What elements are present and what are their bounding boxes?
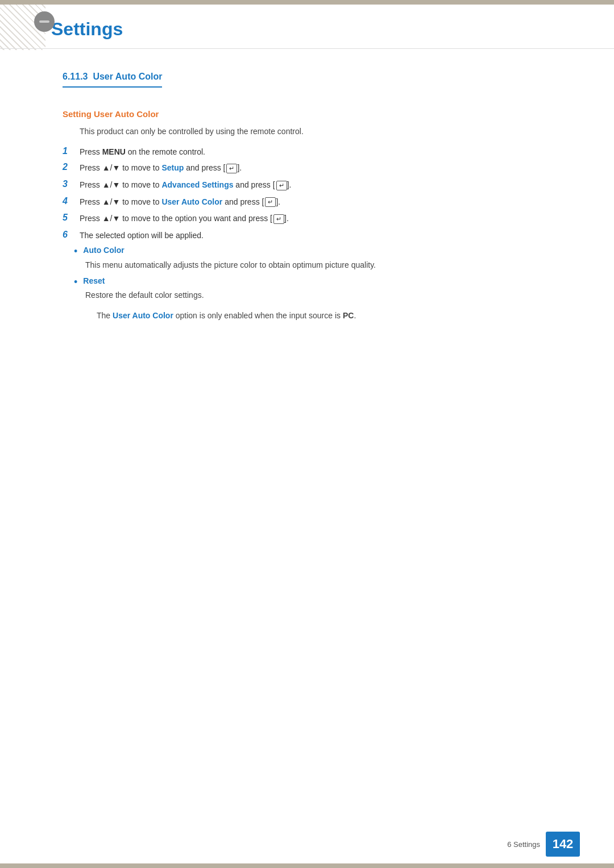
bullet-auto-color-row: • Auto Color xyxy=(74,246,551,258)
header-circle-icon xyxy=(34,11,55,32)
auto-color-label: Auto Color xyxy=(83,246,124,255)
bullet-item-reset: • Reset Restore the default color settin… xyxy=(74,276,551,300)
step-3: 3 Press ▲/▼ to move to Advanced Settings… xyxy=(63,179,551,190)
reset-description: Restore the default color settings. xyxy=(85,290,551,300)
step-2-number: 2 xyxy=(63,162,80,172)
step-3-enter-icon: ↵ xyxy=(276,181,287,190)
auto-color-description: This menu automatically adjusts the pict… xyxy=(85,260,551,269)
note-user-auto-color: User Auto Color xyxy=(113,311,173,320)
step-5: 5 Press ▲/▼ to move to the option you wa… xyxy=(63,213,551,224)
step-1-content: Press MENU on the remote control. xyxy=(80,146,551,156)
page-footer: 6 Settings 142 xyxy=(507,832,580,857)
step-6: 6 The selected option will be applied. xyxy=(63,230,551,240)
page-header: Settings xyxy=(0,5,614,49)
step-4-number: 4 xyxy=(63,196,80,206)
step-4-keyword: User Auto Color xyxy=(161,197,222,206)
bullet-reset-row: • Reset xyxy=(74,276,551,289)
step-2: 2 Press ▲/▼ to move to Setup and press [… xyxy=(63,162,551,173)
bullet-item-auto-color: • Auto Color This menu automatically adj… xyxy=(74,246,551,269)
note-pc-bold: PC xyxy=(343,311,354,320)
step-2-content: Press ▲/▼ to move to Setup and press [↵]… xyxy=(80,162,551,173)
step-4: 4 Press ▲/▼ to move to User Auto Color a… xyxy=(63,196,551,207)
page-title: Settings xyxy=(51,16,569,40)
step-4-content: Press ▲/▼ to move to User Auto Color and… xyxy=(80,196,551,207)
step-5-enter-icon: ↵ xyxy=(273,214,284,224)
step-2-keyword: Setup xyxy=(161,163,184,172)
bullet-dot-1: • xyxy=(74,246,77,258)
step-6-content: The selected option will be applied. xyxy=(80,230,551,240)
reset-label: Reset xyxy=(83,276,105,285)
intro-text: This product can only be controlled by u… xyxy=(80,127,551,136)
step-3-number: 3 xyxy=(63,179,80,189)
step-2-enter-icon: ↵ xyxy=(226,164,237,173)
bullet-dot-2: • xyxy=(74,276,77,289)
section-heading: 6.11.3 User Auto Color xyxy=(63,72,162,88)
step-1-number: 1 xyxy=(63,146,80,156)
step-1-bold: MENU xyxy=(102,147,126,156)
steps-list: 1 Press MENU on the remote control. 2 Pr… xyxy=(63,146,551,240)
bullet-list: • Auto Color This menu automatically adj… xyxy=(74,246,551,300)
step-4-enter-icon: ↵ xyxy=(265,197,276,207)
footer-chapter-text: 6 Settings xyxy=(507,840,540,849)
sub-heading: Setting User Auto Color xyxy=(63,109,551,119)
step-5-number: 5 xyxy=(63,213,80,223)
step-1: 1 Press MENU on the remote control. xyxy=(63,146,551,156)
step-5-content: Press ▲/▼ to move to the option you want… xyxy=(80,213,551,224)
note-box: The User Auto Color option is only enabl… xyxy=(97,311,551,320)
section-heading-container: 6.11.3 User Auto Color xyxy=(63,72,551,98)
step-3-keyword: Advanced Settings xyxy=(161,180,233,189)
main-content: 6.11.3 User Auto Color Setting User Auto… xyxy=(0,49,614,343)
step-6-number: 6 xyxy=(63,230,80,240)
footer-page-number: 142 xyxy=(546,832,580,857)
step-3-content: Press ▲/▼ to move to Advanced Settings a… xyxy=(80,179,551,190)
